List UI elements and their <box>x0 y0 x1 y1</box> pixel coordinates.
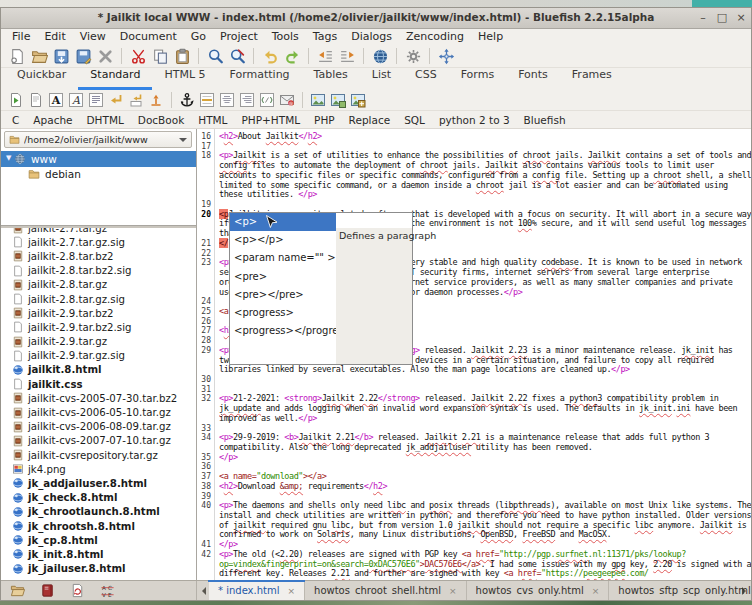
toolbar-tab-quickbar[interactable]: Quickbar <box>5 66 78 90</box>
close-tab-icon[interactable]: × <box>288 586 296 596</box>
file-item-jailkit-2-8-tar-bz2-sig[interactable]: jailkit-2.8.tar.bz2.sig <box>1 264 196 278</box>
tag-group-bluefish[interactable]: Bluefish <box>517 114 573 126</box>
filter-button[interactable]: ACVE <box>100 583 115 598</box>
file-item-jk-jailuser-8-html[interactable]: jk_jailuser.8.html <box>1 562 196 576</box>
italic-button[interactable]: A <box>68 92 84 108</box>
indent-button[interactable] <box>339 48 356 65</box>
title-bar[interactable]: * Jailkit local WWW - index.html (/home2… <box>1 8 751 29</box>
document-tab-index-html[interactable]: * index.html× <box>209 581 305 600</box>
maximize-button[interactable]: □ <box>716 8 728 27</box>
tree-item-www[interactable]: ▼www <box>1 151 196 167</box>
fullscreen-button[interactable] <box>438 48 455 65</box>
menu-item-dialogs[interactable]: Dialogs <box>344 29 399 45</box>
close-tab-icon[interactable]: × <box>449 586 457 596</box>
non-breaking-space-button[interactable] <box>148 92 164 108</box>
tag-group-apache[interactable]: Apache <box>26 114 79 126</box>
comment-button[interactable] <box>259 92 275 108</box>
directory-button[interactable] <box>10 583 25 598</box>
break-button[interactable] <box>108 92 124 108</box>
close-tab-icon[interactable]: × <box>592 586 600 596</box>
file-item-jk-init-8-html[interactable]: jk_init.8.html <box>1 547 196 561</box>
autocomplete-item[interactable]: <p></p> <box>230 231 336 249</box>
quickstart-button[interactable] <box>8 92 24 108</box>
multi-thumbnail-button[interactable] <box>350 92 366 108</box>
save-as-button[interactable] <box>75 48 92 65</box>
tag-group-replace[interactable]: Replace <box>342 114 398 126</box>
paste-button[interactable] <box>174 48 191 65</box>
file-item-jailkit-cvs-2006-05-10-tar-gz[interactable]: jailkit-cvs-2006-05-10.tar.gz <box>1 405 196 419</box>
toolbar-tab-html-5[interactable]: HTML 5 <box>152 66 217 90</box>
file-item-jk-addjailuser-8-html[interactable]: jk_addjailuser.8.html <box>1 476 196 490</box>
docs-book-button[interactable] <box>40 583 55 598</box>
preferences-button[interactable] <box>405 48 422 65</box>
menu-item-tools[interactable]: Tools <box>265 29 306 45</box>
undo-button[interactable] <box>262 48 279 65</box>
file-item-jk4-png[interactable]: jk4.png <box>1 462 196 476</box>
thumbnail-button[interactable] <box>330 92 346 108</box>
paragraph-button[interactable] <box>88 92 104 108</box>
rule-button[interactable] <box>199 92 215 108</box>
toolbar-tab-formatting[interactable]: Formatting <box>218 66 302 90</box>
file-item-jailkit-2-9-tar-gz[interactable]: jailkit-2.9.tar.gz <box>1 335 196 349</box>
autocomplete-item[interactable]: <pre> <box>230 268 336 286</box>
center-button[interactable] <box>219 92 235 108</box>
tag-group-html[interactable]: HTML <box>191 114 234 126</box>
toolbar-tab-frames[interactable]: Frames <box>560 66 624 90</box>
toolbar-tab-css[interactable]: CSS <box>403 66 449 90</box>
directory-dropdown[interactable]: /home2/olivier/jailkit/www <box>4 131 192 148</box>
tree-item-debian[interactable]: debian <box>1 167 196 183</box>
tabs-scroll-left-button[interactable] <box>197 581 209 600</box>
new-document-button[interactable] <box>9 48 26 65</box>
file-item-jk-chrootsh-8-html[interactable]: jk_chrootsh.8.html <box>1 519 196 533</box>
find-button[interactable] <box>207 48 224 65</box>
tag-group-sql[interactable]: SQL <box>397 114 432 126</box>
copy-button[interactable] <box>152 48 169 65</box>
file-item-jailkit-2-7-tar-gz-sig[interactable]: jailkit-2.7.tar.gz.sig <box>1 235 196 249</box>
close-document-button[interactable] <box>97 48 114 65</box>
menu-item-document[interactable]: Document <box>113 29 184 45</box>
menu-item-edit[interactable]: Edit <box>37 29 72 45</box>
toolbar-tab-tables[interactable]: Tables <box>302 66 360 90</box>
preview-in-browser-button[interactable] <box>372 48 389 65</box>
toolbar-tab-list[interactable]: List <box>360 66 403 90</box>
break-clear-button[interactable] <box>128 92 144 108</box>
menu-item-help[interactable]: Help <box>471 29 510 45</box>
file-item-jailkit-cvs-2005-07-30-tar-bz2[interactable]: jailkit-cvs-2005-07-30.tar.bz2 <box>1 391 196 405</box>
file-item-jailkit-cvs-2007-07-10-tar-gz[interactable]: jailkit-cvs-2007-07-10.tar.gz <box>1 434 196 448</box>
document-tab-howtos-cvs-only-html[interactable]: howtos_cvs_only.html× <box>467 581 610 600</box>
file-item-jailkit-cvs-2006-08-09-tar-gz[interactable]: jailkit-cvs-2006-08-09.tar.gz <box>1 420 196 434</box>
menu-item-tags[interactable]: Tags <box>306 29 344 45</box>
tag-group-c[interactable]: C <box>5 114 26 126</box>
refresh-button[interactable] <box>70 583 85 598</box>
save-button[interactable] <box>53 48 70 65</box>
tag-group-php[interactable]: PHP <box>307 114 342 126</box>
cut-button[interactable] <box>130 48 147 65</box>
document-tab-howtos-chroot-shell-html[interactable]: howtos_chroot_shell.html× <box>305 581 467 600</box>
file-item-jailkit-2-9-tar-gz-sig[interactable]: jailkit-2.9.tar.gz.sig <box>1 349 196 363</box>
tag-group-php-html[interactable]: PHP+HTML <box>234 114 307 126</box>
right-justify-button[interactable] <box>239 92 255 108</box>
file-item-jailkit-2-8-tar-gz-sig[interactable]: jailkit-2.8.tar.gz.sig <box>1 292 196 306</box>
file-item-jailkit-2-8-tar-bz2[interactable]: jailkit-2.8.tar.bz2 <box>1 249 196 263</box>
file-item-jailkit-2-9-tar-bz2[interactable]: jailkit-2.9.tar.bz2 <box>1 306 196 320</box>
file-item-jailkit-2-8-tar-gz[interactable]: jailkit-2.8.tar.gz <box>1 278 196 292</box>
anchor-button[interactable] <box>179 92 195 108</box>
tag-group-docbook[interactable]: DocBook <box>131 114 191 126</box>
redo-button[interactable] <box>284 48 301 65</box>
autocomplete-item[interactable]: <param name="" > <box>230 249 336 267</box>
menu-item-zencoding[interactable]: Zencoding <box>399 29 471 45</box>
autocomplete-item[interactable]: <progress> <box>230 304 336 322</box>
close-button[interactable]: × <box>735 8 747 27</box>
unindent-button[interactable] <box>317 48 334 65</box>
menu-item-view[interactable]: View <box>73 29 113 45</box>
find-replace-button[interactable] <box>229 48 246 65</box>
tag-group-dhtml[interactable]: DHTML <box>80 114 131 126</box>
file-item-jk-cp-8-html[interactable]: jk_cp.8.html <box>1 533 196 547</box>
file-item-jailkit-2-9-tar-bz2-sig[interactable]: jailkit-2.9.tar.bz2.sig <box>1 320 196 334</box>
file-item-jailkit-css[interactable]: jailkit.css <box>1 377 196 391</box>
insert-image-button[interactable] <box>310 92 326 108</box>
autocomplete-item[interactable]: <pre></pre> <box>230 286 336 304</box>
menu-item-project[interactable]: Project <box>213 29 265 45</box>
document-tab-howtos-sftp-scp-only-html[interactable]: howtos_sftp_scp_only.html× <box>609 581 752 600</box>
tag-group-python-2-to-3[interactable]: python 2 to 3 <box>432 114 517 126</box>
